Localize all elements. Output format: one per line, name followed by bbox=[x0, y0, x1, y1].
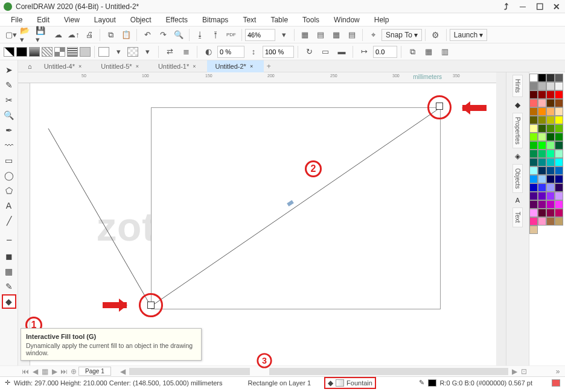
color-picker-icon[interactable]: ▾ bbox=[111, 45, 126, 58]
menu-text[interactable]: Text bbox=[237, 14, 262, 25]
palette-swatch[interactable] bbox=[546, 150, 555, 158]
launch-dropdown[interactable]: Launch▾ bbox=[450, 29, 487, 41]
palette-swatch[interactable] bbox=[529, 116, 538, 124]
palette-swatch[interactable] bbox=[529, 107, 538, 116]
palette-swatch[interactable] bbox=[529, 192, 538, 200]
palette-swatch[interactable] bbox=[538, 124, 546, 133]
save-icon[interactable]: 💾▾ bbox=[35, 28, 49, 42]
stroke-swatch[interactable] bbox=[428, 379, 436, 387]
print-icon[interactable]: 🖨 bbox=[82, 28, 97, 42]
last-page-icon[interactable]: ⏭ bbox=[59, 367, 69, 376]
palette-swatch[interactable] bbox=[555, 116, 563, 124]
palette-swatch[interactable] bbox=[546, 90, 555, 99]
rotate-icon[interactable]: ↻ bbox=[302, 45, 316, 58]
find-icon[interactable]: 🔍 bbox=[171, 28, 186, 42]
palette-swatch[interactable] bbox=[538, 192, 546, 200]
palette-swatch[interactable] bbox=[529, 158, 538, 166]
cloud-up-icon[interactable]: ☁↑ bbox=[66, 28, 81, 42]
postscript-fill-icon[interactable] bbox=[80, 47, 91, 57]
docker-icon[interactable]: ◆ bbox=[515, 101, 520, 109]
rulers-icon[interactable]: ▤ bbox=[313, 28, 328, 42]
palette-swatch[interactable] bbox=[555, 158, 563, 166]
canvas[interactable]: 50 100 150 200 250 300 350 millimeters z… bbox=[18, 72, 496, 365]
palette-swatch[interactable] bbox=[538, 90, 546, 99]
menu-help[interactable]: Help bbox=[368, 14, 395, 25]
palette-swatch[interactable] bbox=[538, 82, 546, 90]
palette-swatch[interactable] bbox=[538, 217, 546, 226]
interactive-fill-tool[interactable]: ◆ bbox=[2, 294, 16, 309]
uniform-fill-icon[interactable] bbox=[16, 47, 27, 57]
horizontal-scrollbar[interactable] bbox=[129, 368, 250, 375]
palette-expand-icon[interactable]: » bbox=[553, 367, 563, 376]
accel-icon[interactable]: ◐ bbox=[201, 45, 215, 58]
palette-swatch[interactable] bbox=[538, 175, 546, 183]
arrange-icon[interactable]: ≣ bbox=[179, 45, 193, 58]
palette-swatch[interactable] bbox=[546, 217, 555, 226]
palette-swatch[interactable] bbox=[538, 141, 546, 150]
skew-input[interactable] bbox=[373, 46, 397, 58]
shadow-tool[interactable]: ◼ bbox=[2, 249, 16, 264]
palette-swatch[interactable] bbox=[529, 141, 538, 150]
palette-swatch[interactable] bbox=[529, 82, 538, 90]
navigator-icon[interactable]: ⊡ bbox=[519, 367, 529, 376]
palette-swatch[interactable] bbox=[538, 183, 546, 192]
palette-swatch[interactable] bbox=[546, 200, 555, 209]
zoom-tool[interactable]: 🔍 bbox=[2, 108, 16, 122]
tab-home-icon[interactable]: ⌂ bbox=[24, 63, 36, 70]
dimension-tool[interactable]: ╱ bbox=[2, 213, 16, 228]
scroll-right-icon[interactable]: ▶ bbox=[509, 367, 519, 376]
vertical-scrollbar[interactable] bbox=[496, 72, 506, 365]
reverse-icon[interactable]: ⇄ bbox=[162, 45, 177, 58]
node-transparency-input[interactable] bbox=[263, 46, 294, 58]
palette-swatch[interactable] bbox=[538, 107, 546, 116]
mirror-icon[interactable]: ↦ bbox=[357, 45, 371, 58]
palette-swatch[interactable] bbox=[546, 175, 555, 183]
document-tab[interactable]: Untitled-4*× bbox=[36, 60, 93, 72]
node-position-input[interactable] bbox=[217, 46, 244, 58]
palette-swatch[interactable] bbox=[555, 209, 563, 217]
new-doc-icon[interactable]: ▢▾ bbox=[4, 28, 18, 42]
snap-to-dropdown[interactable]: Snap To▾ bbox=[381, 29, 422, 41]
palette-swatch[interactable] bbox=[538, 158, 546, 166]
palette-swatch[interactable] bbox=[546, 141, 555, 150]
docker-properties[interactable]: Properties bbox=[512, 113, 523, 149]
palette-swatch[interactable] bbox=[529, 175, 538, 183]
pdf-icon[interactable]: PDF bbox=[224, 28, 238, 42]
page-tab[interactable]: Page 1 bbox=[78, 367, 111, 376]
two-color-icon[interactable] bbox=[54, 47, 65, 57]
palette-swatch[interactable] bbox=[546, 183, 555, 192]
palette-swatch[interactable] bbox=[546, 124, 555, 133]
options-icon[interactable]: ⚙ bbox=[429, 28, 443, 42]
artistic-media-tool[interactable]: 〰 bbox=[2, 138, 16, 153]
fullscreen-icon[interactable]: ▦ bbox=[298, 28, 312, 42]
palette-swatch[interactable] bbox=[529, 124, 538, 133]
scroll-left-icon[interactable]: ◀ bbox=[118, 367, 128, 376]
eyedropper-tool[interactable]: ✎ bbox=[2, 279, 16, 294]
more-icon[interactable]: ▥ bbox=[438, 45, 452, 58]
palette-swatch[interactable] bbox=[555, 124, 563, 133]
palette-swatch[interactable] bbox=[546, 74, 555, 82]
color2-swatch[interactable] bbox=[127, 47, 138, 57]
freehand-tool[interactable]: ✒ bbox=[2, 123, 16, 138]
palette-swatch[interactable] bbox=[538, 166, 546, 175]
text-tool[interactable]: A bbox=[2, 198, 16, 213]
ellipse-tool[interactable]: ◯ bbox=[2, 168, 16, 183]
next-page-icon[interactable]: ▶ bbox=[49, 367, 59, 376]
palette-swatch[interactable] bbox=[555, 183, 563, 192]
palette-swatch[interactable] bbox=[546, 99, 555, 107]
menu-table[interactable]: Table bbox=[264, 14, 294, 25]
horizontal-scrollbar[interactable] bbox=[269, 368, 508, 375]
palette-swatch[interactable] bbox=[555, 90, 563, 99]
palette-swatch[interactable] bbox=[546, 107, 555, 116]
polygon-tool[interactable]: ⬠ bbox=[2, 183, 16, 198]
color-proof-icon[interactable] bbox=[552, 379, 560, 387]
palette-swatch[interactable] bbox=[546, 133, 555, 141]
snap-icon[interactable]: ⌖ bbox=[366, 28, 380, 42]
palette-swatch[interactable] bbox=[529, 99, 538, 107]
paste-icon[interactable]: 📋 bbox=[119, 28, 133, 42]
menu-window[interactable]: Window bbox=[328, 14, 366, 25]
add-page-icon[interactable]: ⊕ bbox=[69, 367, 78, 376]
docker-icon[interactable]: A bbox=[516, 197, 520, 204]
export-icon[interactable]: ⭱ bbox=[208, 28, 223, 42]
palette-swatch[interactable] bbox=[555, 175, 563, 183]
